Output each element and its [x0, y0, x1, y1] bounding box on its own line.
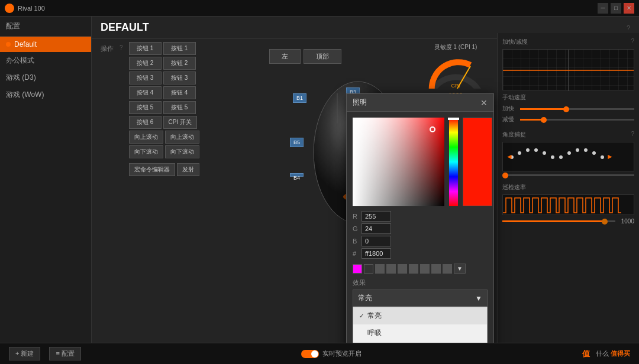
btn-7a[interactable]: 向上滚动	[129, 131, 163, 144]
b-input[interactable]	[362, 236, 391, 246]
polling-value: 1000	[621, 218, 634, 225]
btn-row-7: 向上滚动 向上滚动	[129, 131, 199, 144]
swatch-5[interactable]	[398, 264, 407, 274]
decel-slider-label: 减慢	[502, 115, 517, 124]
accel-section: 加快/减慢 ? 手动速度 加快	[502, 38, 634, 124]
btn-6b[interactable]: CPI 开关	[163, 116, 197, 129]
svg-point-14	[518, 151, 521, 155]
fire-button[interactable]: 发射	[177, 163, 199, 176]
effects-label: 效果	[353, 278, 488, 287]
button-grid: 按钮 1 按钮 1 按钮 2 按钮 2 按钮 3 按钮 3 按钮 4 按钮 4 …	[129, 42, 199, 176]
swatch-3[interactable]	[375, 264, 385, 274]
config-button[interactable]: ≡ 配置	[49, 347, 80, 360]
svg-point-22	[584, 148, 588, 152]
mouse-btn-b1[interactable]: B1	[293, 93, 306, 103]
accel-slider[interactable]	[520, 108, 634, 110]
mouse-btn-b5[interactable]: B5	[290, 138, 304, 147]
angle-slider[interactable]	[502, 174, 634, 176]
new-button[interactable]: + 新建	[9, 347, 40, 360]
btn-2b[interactable]: 按钮 2	[163, 57, 196, 70]
sidebar-item-office[interactable]: 办公模式	[0, 52, 91, 69]
hex-input[interactable]	[362, 248, 391, 259]
cpi-label: 灵敏度 1 (CPI 1)	[420, 43, 491, 51]
polling-slider[interactable]	[502, 220, 615, 222]
check-icon: ✓	[359, 313, 364, 319]
swatch-pink[interactable]	[353, 264, 362, 274]
modal-body: R G B #	[347, 112, 493, 343]
close-button[interactable]: ✕	[624, 3, 634, 14]
bottom-bar: + 新建 ≡ 配置 实时预览开启 值 什么 值得买	[0, 343, 639, 364]
main-layout: 配置 Default 办公模式 游戏 (D3) 游戏 (WoW) DEFAULT…	[0, 17, 639, 343]
r-input[interactable]	[362, 211, 391, 222]
titlebar-left: Rival 100	[5, 4, 45, 13]
svg-text:►: ►	[606, 152, 614, 161]
btn-4b[interactable]: 按钮 4	[163, 86, 196, 99]
btn-6a[interactable]: 按钮 6	[129, 116, 162, 129]
effects-option-changliang[interactable]: ✓ 常亮	[353, 307, 487, 324]
btn-8a[interactable]: 向下滚动	[129, 145, 163, 158]
question-icon: ?	[627, 24, 630, 31]
btn-row-6: 按钮 6 CPI 开关	[129, 116, 199, 129]
swatch-8[interactable]	[431, 264, 441, 274]
effects-menu: ✓ 常亮 ✓ 呼吸 ✓ ColorShift	[353, 307, 488, 343]
g-label: G	[353, 225, 359, 232]
btn-2a[interactable]: 按钮 2	[129, 57, 162, 70]
b-row: B	[353, 236, 488, 246]
effects-option-huxi[interactable]: ✓ 呼吸	[353, 324, 487, 342]
effects-section: 效果 常亮 ▼ ✓ 常亮 ✓ 呼吸	[353, 278, 488, 343]
angle-canvas: ◄ ►	[502, 142, 634, 171]
window-controls: ─ □ ✕	[598, 3, 634, 14]
maximize-button[interactable]: □	[611, 3, 621, 14]
effects-option-colorshift[interactable]: ✓ ColorShift	[353, 342, 487, 343]
picker-cursor	[430, 126, 435, 132]
sidebar-item-wow[interactable]: 游戏 (WoW)	[0, 86, 91, 103]
bottom-left: + 新建 ≡ 配置	[9, 347, 81, 360]
gauge-container: CPI	[426, 53, 485, 89]
btn-5b[interactable]: 按钮 5	[163, 101, 196, 114]
swatch-7[interactable]	[420, 264, 430, 274]
angle-svg: ◄ ►	[503, 142, 634, 172]
sidebar-item-label: Default	[14, 40, 37, 48]
sidebar-item-default[interactable]: Default	[0, 37, 91, 52]
modal-title: 照明	[353, 98, 367, 108]
lighting-modal: 照明 ✕	[346, 93, 494, 343]
effects-dropdown-button[interactable]: 常亮 ▼	[353, 290, 488, 307]
angle-title: 角度捕捉 ?	[502, 131, 634, 139]
decel-slider[interactable]	[520, 119, 634, 121]
svg-point-21	[576, 148, 579, 152]
swatch-9[interactable]	[443, 264, 452, 274]
realtime-switch[interactable]	[301, 350, 319, 358]
btn-7b[interactable]: 向上滚动	[165, 131, 199, 144]
color-picker-area	[353, 118, 488, 206]
btn-3a[interactable]: 按钮 3	[129, 72, 162, 84]
swatch-6[interactable]	[409, 264, 418, 274]
brand-icon: 值	[582, 349, 590, 359]
palette-dropdown[interactable]: ▼	[454, 264, 466, 274]
sidebar-item-label: 游戏 (WoW)	[6, 90, 44, 100]
swatch-4[interactable]	[386, 264, 396, 274]
option-label: 呼吸	[367, 328, 382, 338]
swatch-dark[interactable]	[364, 264, 373, 274]
minimize-button[interactable]: ─	[598, 3, 608, 14]
color-gradient[interactable]	[353, 118, 444, 206]
speed-label: 手动速度	[502, 93, 526, 102]
btn-3b[interactable]: 按钮 3	[163, 72, 196, 84]
mouse-btn-b4[interactable]: B4	[290, 173, 304, 177]
polling-canvas	[502, 194, 634, 215]
sidebar-item-d3[interactable]: 游戏 (D3)	[0, 69, 91, 86]
polling-svg	[503, 195, 634, 215]
g-input[interactable]	[362, 223, 391, 234]
btn-1b[interactable]: 按钮 1	[163, 42, 196, 55]
macro-editor-button[interactable]: 宏命令编辑器	[129, 163, 175, 176]
angle-label: 角度捕捉	[502, 131, 526, 139]
btn-4a[interactable]: 按钮 4	[129, 86, 162, 99]
toggle-knob	[311, 350, 318, 358]
btn-1a[interactable]: 按钮 1	[129, 42, 162, 55]
modal-close-button[interactable]: ✕	[480, 98, 488, 108]
btn-8b[interactable]: 向下滚动	[165, 145, 199, 158]
hex-row: #	[353, 248, 488, 259]
sidebar-item-label: 游戏 (D3)	[6, 73, 36, 83]
svg-point-19	[559, 155, 563, 159]
hue-slider[interactable]	[449, 118, 458, 206]
btn-5a[interactable]: 按钮 5	[129, 101, 162, 114]
